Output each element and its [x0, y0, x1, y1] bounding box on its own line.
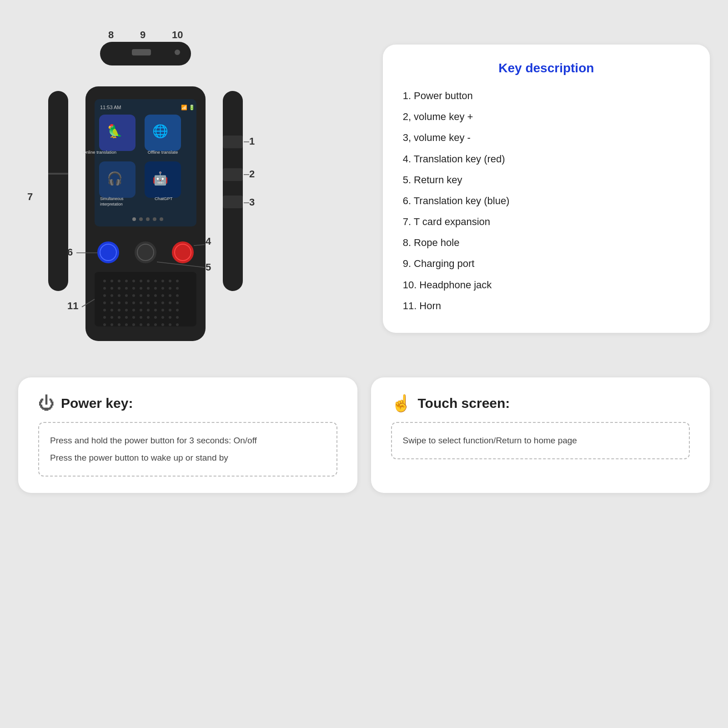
svg-point-36 — [125, 301, 128, 304]
svg-point-64 — [169, 316, 171, 319]
svg-point-45 — [110, 309, 113, 311]
svg-point-42 — [169, 301, 171, 304]
svg-point-74 — [161, 323, 164, 326]
status-battery: 🔋 — [189, 104, 195, 110]
svg-point-23 — [110, 294, 113, 297]
svg-point-38 — [140, 301, 142, 304]
vol-minus-shape — [223, 196, 243, 208]
svg-point-57 — [118, 316, 120, 319]
key-desc-list: 1. Power button2, volume key +3, volume … — [403, 85, 690, 316]
svg-point-19 — [161, 287, 164, 290]
key-desc-item: 5. Return key — [403, 170, 690, 191]
touch-screen-card: ☝ Touch screen: Swipe to select function… — [371, 377, 710, 493]
svg-point-58 — [125, 316, 128, 319]
svg-point-37 — [132, 301, 135, 304]
svg-point-4 — [132, 280, 135, 282]
power-key-line: Press and hold the power button for 3 se… — [50, 432, 326, 449]
key-desc-item: 1. Power button — [403, 85, 690, 106]
usb-port — [132, 49, 151, 55]
dot-5 — [160, 217, 163, 221]
svg-point-27 — [140, 294, 142, 297]
svg-point-73 — [154, 323, 157, 326]
online-translation-icon: 🦜 — [107, 124, 123, 139]
online-trans-label: Online translation — [83, 150, 116, 155]
simultaneous-label2: interpretation — [100, 202, 123, 206]
power-key-body: Press and hold the power button for 3 se… — [38, 422, 337, 477]
simultaneous-label: Simultaneous — [100, 196, 124, 201]
label-7: 7 — [27, 191, 33, 202]
key-desc-item: 6. Translation key (blue) — [403, 191, 690, 211]
touch-screen-title: Touch screen: — [418, 396, 510, 411]
label-9: 9 — [140, 29, 146, 40]
key-description-card: Key description 1. Power button2, volume… — [383, 45, 710, 333]
svg-point-63 — [161, 316, 164, 319]
key-desc-item: 9. Charging port — [403, 253, 690, 274]
svg-point-59 — [132, 316, 135, 319]
touch-screen-body: Swipe to select function/Return to home … — [391, 422, 690, 459]
svg-point-46 — [118, 309, 120, 311]
svg-point-18 — [154, 287, 157, 290]
svg-point-3 — [125, 280, 128, 282]
svg-point-26 — [132, 294, 135, 297]
svg-point-62 — [154, 316, 157, 319]
svg-point-39 — [147, 301, 150, 304]
svg-point-25 — [125, 294, 128, 297]
key-desc-item: 11. Horn — [403, 296, 690, 316]
svg-point-70 — [132, 323, 135, 326]
key-desc-item: 3, volume key - — [403, 127, 690, 148]
svg-point-17 — [147, 287, 150, 290]
right-side-shape — [223, 91, 243, 291]
svg-point-32 — [176, 294, 179, 297]
svg-point-55 — [103, 316, 106, 319]
blue-translation-btn — [97, 241, 119, 263]
touch-icon: ☝ — [391, 394, 412, 413]
label-8: 8 — [108, 29, 114, 40]
offline-translate-icon: 🌐 — [152, 124, 168, 139]
svg-point-15 — [132, 287, 135, 290]
key-desc-item: 10. Headphone jack — [403, 275, 690, 296]
svg-point-1 — [110, 280, 113, 282]
key-desc-item: 7. T card expansion — [403, 211, 690, 232]
svg-point-72 — [147, 323, 150, 326]
svg-point-13 — [118, 287, 120, 290]
svg-point-33 — [103, 301, 106, 304]
simultaneous-icon: 🎧 — [107, 171, 123, 186]
svg-point-51 — [154, 309, 157, 311]
svg-point-65 — [176, 316, 179, 319]
power-key-title: Power key: — [61, 396, 133, 411]
svg-point-28 — [147, 294, 150, 297]
dot-4 — [153, 217, 156, 221]
svg-point-34 — [110, 301, 113, 304]
offline-trans-label: Offline translate — [148, 150, 178, 155]
key-desc-item: 8. Rope hole — [403, 232, 690, 253]
svg-point-10 — [176, 280, 179, 282]
svg-point-69 — [125, 323, 128, 326]
svg-point-16 — [140, 287, 142, 290]
speaker-grille-bg — [95, 272, 196, 326]
svg-point-21 — [176, 287, 179, 290]
svg-point-75 — [169, 323, 171, 326]
key-desc-item: 4. Translation key (red) — [403, 149, 690, 170]
label-5-text: 5 — [206, 261, 211, 273]
svg-point-8 — [161, 280, 164, 282]
svg-point-68 — [118, 323, 120, 326]
power-key-line: Press the power button to wake up or sta… — [50, 449, 326, 467]
svg-point-30 — [161, 294, 164, 297]
svg-point-76 — [176, 323, 179, 326]
label-6-text: 6 — [67, 246, 73, 258]
label-2: 2 — [249, 168, 255, 180]
key-desc-item: 2, volume key + — [403, 106, 690, 127]
label-11-text: 11 — [67, 300, 78, 311]
headphone-jack-hole — [175, 50, 180, 55]
power-key-header: ⏻ Power key: — [38, 394, 337, 413]
device-diagram-area: 8 9 10 7 1 2 3 — [18, 18, 369, 359]
dot-2 — [139, 217, 143, 221]
svg-point-66 — [103, 323, 106, 326]
status-time: 11:53 AM — [100, 105, 121, 110]
label-10: 10 — [172, 29, 183, 40]
chatgpt-label: ChatGPT — [155, 196, 173, 201]
label-3: 3 — [249, 196, 255, 208]
svg-point-44 — [103, 309, 106, 311]
left-side-shape — [48, 91, 68, 291]
red-translation-btn — [172, 241, 194, 263]
